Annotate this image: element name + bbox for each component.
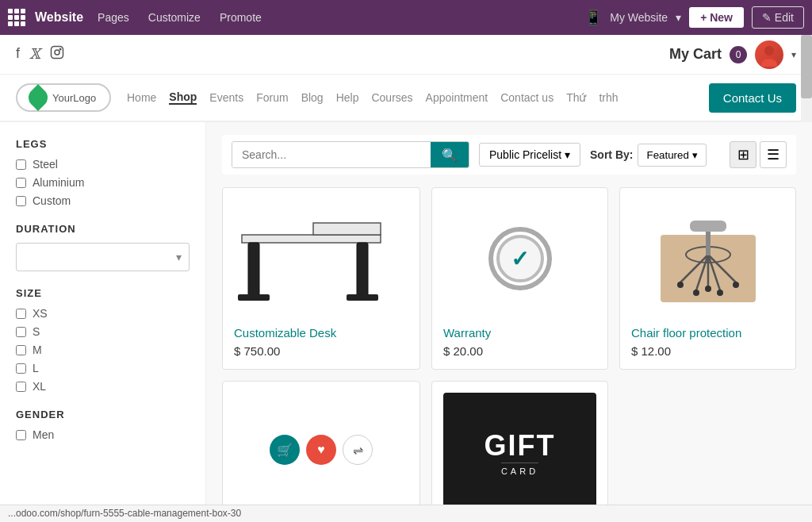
product-gift-card[interactable]: GIFT CARD Gift Card $ 50.00 (431, 381, 608, 522)
nav-help[interactable]: Help (336, 91, 359, 104)
new-button[interactable]: + New (689, 7, 744, 28)
twitter-icon[interactable]: 𝕏 (29, 45, 40, 63)
svg-rect-8 (238, 294, 270, 301)
legs-filter: LEGS Steel Aluminium Custom (16, 138, 190, 207)
nav-events[interactable]: Events (209, 91, 243, 104)
cable-box-action-icons: 🛒 ♥ ⇌ (270, 435, 373, 465)
warranty-inner: ✓ (496, 235, 544, 282)
product-chair-floor[interactable]: Chair floor protection $ 12.00 (619, 187, 796, 370)
nav-forum[interactable]: Forum (256, 91, 288, 104)
pricelist-label: Public Pricelist (489, 148, 561, 161)
filter-xl[interactable]: XL (16, 380, 190, 393)
svg-point-4 (761, 59, 777, 67)
nav-courses[interactable]: Courses (371, 91, 412, 104)
gift-card-visual: GIFT CARD (443, 393, 596, 512)
logo-leaf-icon (25, 84, 52, 111)
user-avatar[interactable] (755, 40, 783, 69)
s-label: S (33, 325, 40, 338)
sortby-button[interactable]: Featured ▾ (638, 144, 706, 167)
warranty-name: Warranty (443, 326, 596, 340)
filter-custom[interactable]: Custom (16, 194, 190, 207)
sortby-label: Sort By: (590, 148, 633, 161)
contact-us-button[interactable]: Contact Us (709, 83, 796, 113)
grid-view-button[interactable]: ⊞ (730, 141, 756, 168)
admin-nav-pages[interactable]: Pages (93, 8, 134, 27)
nav-home[interactable]: Home (127, 91, 156, 104)
custom-label: Custom (33, 194, 71, 207)
custom-checkbox[interactable] (16, 196, 26, 206)
l-checkbox[interactable] (16, 363, 26, 374)
facebook-icon[interactable]: f (16, 45, 20, 63)
nav-shop[interactable]: Shop (169, 90, 197, 105)
pricelist-arrow-icon: ▾ (565, 148, 570, 161)
instagram-icon[interactable] (50, 45, 64, 63)
social-cart-bar: f 𝕏 My Cart 0 ▾ (0, 35, 812, 75)
sidebar: LEGS Steel Aluminium Custom DURATION ▾ (0, 122, 206, 522)
nav-appointment[interactable]: Appointment (426, 91, 488, 104)
filter-aluminium[interactable]: Aluminium (16, 176, 190, 189)
xs-label: XS (33, 307, 48, 320)
warranty-badge-icon: ✓ (488, 227, 552, 290)
s-checkbox[interactable] (16, 327, 26, 337)
svg-point-21 (717, 290, 723, 296)
product-warranty[interactable]: ✓ Warranty $ 20.00 (431, 187, 608, 370)
filter-xs[interactable]: XS (16, 307, 190, 320)
svg-point-1 (55, 50, 59, 55)
list-view-button[interactable]: ☰ (760, 141, 787, 168)
nav-thu[interactable]: Thứ (566, 91, 586, 104)
svg-point-18 (677, 282, 684, 288)
svg-point-22 (705, 286, 711, 292)
filter-l[interactable]: L (16, 362, 190, 374)
nav-contact-us[interactable]: Contact us (500, 91, 553, 104)
pricelist-button[interactable]: Public Pricelist ▾ (479, 143, 580, 167)
product-cable-box[interactable]: 🛒 ♥ ⇌ Cable Management Box $ 100.00 (222, 381, 420, 522)
gift-text-big: GIFT (485, 429, 556, 463)
svg-rect-9 (357, 243, 368, 298)
filter-steel[interactable]: Steel (16, 158, 190, 171)
user-dropdown-arrow[interactable]: ▾ (791, 49, 796, 60)
wishlist-icon[interactable]: ♥ (306, 435, 336, 465)
nav-blog[interactable]: Blog (301, 91, 324, 104)
status-bar: ...odoo.com/shop/furn-5555-cable-managem… (0, 505, 812, 522)
search-input[interactable] (232, 142, 431, 167)
filter-men[interactable]: Men (16, 428, 190, 441)
admin-title: Website (35, 10, 83, 25)
admin-nav-promote[interactable]: Promote (215, 8, 266, 27)
aluminium-checkbox[interactable] (16, 178, 26, 188)
xl-checkbox[interactable] (16, 382, 26, 392)
edit-button[interactable]: ✎ Edit (752, 6, 804, 29)
checkmark-icon: ✓ (511, 246, 529, 272)
duration-filter-title: DURATION (16, 223, 190, 235)
admin-nav-customize[interactable]: Customize (144, 8, 205, 27)
cart-badge: 0 (730, 46, 747, 63)
chair-floor-name: Chair floor protection (631, 326, 784, 340)
svg-rect-10 (347, 294, 378, 301)
filter-s[interactable]: S (16, 325, 190, 338)
svg-rect-6 (313, 223, 381, 235)
grid-menu-icon[interactable] (8, 9, 25, 26)
xs-checkbox[interactable] (16, 309, 26, 319)
svg-point-20 (693, 290, 699, 296)
warranty-price: $ 20.00 (443, 344, 596, 358)
product-customizable-desk[interactable]: Customizable Desk $ 750.00 (222, 187, 420, 370)
mobile-icon[interactable]: 📱 (584, 9, 602, 26)
website-name[interactable]: My Website (610, 11, 668, 24)
m-checkbox[interactable] (16, 345, 26, 355)
gender-filter-title: GENDER (16, 409, 190, 420)
search-button[interactable]: 🔍 (431, 142, 469, 167)
duration-select[interactable] (16, 243, 190, 271)
men-checkbox[interactable] (16, 430, 26, 440)
steel-checkbox[interactable] (16, 159, 26, 170)
add-to-cart-icon[interactable]: 🛒 (270, 435, 300, 465)
sortby-value: Featured (646, 149, 688, 161)
products-area: 🔍 Public Pricelist ▾ Sort By: Featured ▾… (206, 122, 812, 522)
warranty-image: ✓ (443, 199, 596, 318)
logo-text: YourLogo (52, 92, 96, 104)
sortby-arrow-icon: ▾ (692, 149, 698, 161)
compare-icon[interactable]: ⇌ (343, 435, 373, 465)
filter-m[interactable]: M (16, 344, 190, 356)
logo[interactable]: YourLogo (16, 83, 111, 112)
desk-name: Customizable Desk (234, 326, 408, 340)
cart-label[interactable]: My Cart (669, 46, 722, 63)
nav-trhh[interactable]: trhh (599, 91, 618, 104)
